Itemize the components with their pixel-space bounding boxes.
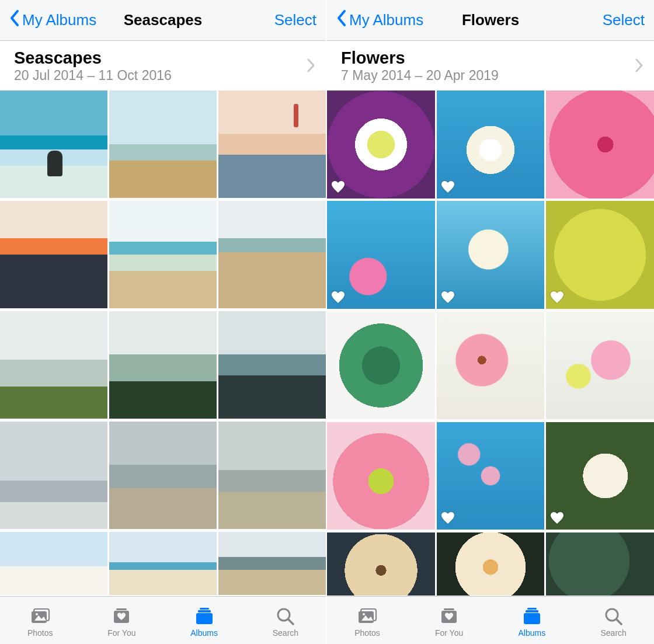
favorite-heart-icon: [551, 512, 563, 525]
photo-thumbnail[interactable]: [0, 201, 107, 308]
for-you-icon: [439, 607, 460, 627]
photo-thumbnail[interactable]: [109, 311, 217, 419]
album-header[interactable]: Flowers7 May 2014 – 20 Apr 2019: [327, 41, 654, 90]
photo-thumbnail[interactable]: [546, 532, 654, 596]
tab-label: Albums: [519, 628, 546, 638]
photo-thumbnail[interactable]: [437, 422, 545, 530]
photo-thumbnail[interactable]: [437, 312, 545, 420]
album-header[interactable]: Seascapes20 Jul 2014 – 11 Oct 2016: [0, 41, 326, 90]
favorite-heart-icon: [332, 291, 345, 304]
favorite-heart-icon: [441, 291, 454, 304]
tab-label: Photos: [354, 628, 380, 638]
photo-thumbnail[interactable]: [437, 532, 545, 596]
photo-thumbnail[interactable]: [109, 201, 217, 308]
favorite-heart-icon: [441, 512, 454, 525]
chevron-left-icon: [336, 9, 349, 31]
photo-thumbnail[interactable]: [327, 422, 435, 530]
chevron-right-icon: [635, 58, 643, 75]
album-title: Seascapes: [14, 49, 172, 67]
photo-thumbnail[interactable]: [327, 532, 435, 596]
favorite-heart-icon: [441, 181, 454, 194]
photo-thumbnail[interactable]: [546, 201, 654, 309]
photo-thumbnail[interactable]: [0, 311, 107, 419]
tab-bar: PhotosFor YouAlbumsSearch: [0, 596, 326, 644]
tab-albums[interactable]: Albums: [519, 607, 546, 638]
tab-label: For You: [107, 628, 135, 638]
photo-thumbnail[interactable]: [0, 90, 107, 198]
tab-for-you[interactable]: For You: [435, 607, 463, 638]
back-button[interactable]: My Albums: [336, 9, 423, 31]
photo-thumbnail[interactable]: [327, 312, 435, 420]
photo-thumbnail[interactable]: [327, 201, 435, 309]
albums-icon: [521, 607, 542, 627]
chevron-right-icon: [307, 58, 315, 75]
nav-bar: My AlbumsSeascapesSelect: [0, 0, 326, 41]
photo-thumbnail[interactable]: [437, 201, 545, 309]
back-button[interactable]: My Albums: [9, 9, 96, 31]
tab-label: Photos: [27, 628, 53, 638]
favorite-heart-icon: [332, 181, 345, 194]
favorite-heart-icon: [551, 291, 563, 304]
photo-thumbnail[interactable]: [218, 311, 326, 419]
photo-thumbnail[interactable]: [109, 532, 217, 595]
tab-photos[interactable]: Photos: [27, 607, 53, 638]
photo-thumbnail[interactable]: [546, 90, 654, 199]
photo-thumbnail[interactable]: [327, 90, 435, 199]
photo-thumbnail[interactable]: [218, 422, 326, 529]
photo-thumbnail[interactable]: [109, 90, 217, 198]
tab-label: Search: [600, 628, 626, 638]
photo-thumbnail[interactable]: [546, 422, 654, 530]
photo-thumbnail[interactable]: [437, 90, 545, 199]
photo-thumbnail[interactable]: [218, 532, 326, 595]
tab-for-you[interactable]: For You: [107, 607, 135, 638]
photos-icon: [30, 607, 51, 627]
select-button[interactable]: Select: [274, 11, 316, 29]
tab-albums[interactable]: Albums: [190, 607, 218, 638]
for-you-icon: [111, 607, 132, 627]
photo-grid: [327, 90, 654, 596]
back-label: My Albums: [22, 11, 96, 29]
tab-bar: PhotosFor YouAlbumsSearch: [327, 596, 654, 644]
photo-thumbnail[interactable]: [109, 422, 217, 529]
photo-thumbnail[interactable]: [218, 90, 326, 198]
tab-label: Albums: [190, 628, 218, 638]
photo-thumbnail[interactable]: [218, 201, 326, 308]
tab-search[interactable]: Search: [273, 607, 298, 638]
photo-thumbnail[interactable]: [0, 422, 107, 529]
tab-search[interactable]: Search: [600, 607, 626, 638]
album-date-range: 20 Jul 2014 – 11 Oct 2016: [14, 68, 172, 83]
select-button[interactable]: Select: [603, 11, 645, 29]
photo-grid: [0, 90, 326, 596]
tab-label: For You: [435, 628, 463, 638]
nav-bar: My AlbumsFlowersSelect: [327, 0, 654, 41]
albums-icon: [194, 607, 215, 627]
photos-icon: [357, 607, 378, 627]
search-icon: [275, 607, 296, 627]
photo-thumbnail[interactable]: [0, 532, 107, 595]
tab-photos[interactable]: Photos: [354, 607, 380, 638]
photo-thumbnail[interactable]: [546, 312, 654, 420]
album-title: Flowers: [341, 49, 499, 67]
chevron-left-icon: [9, 9, 22, 31]
tab-label: Search: [273, 628, 298, 638]
album-date-range: 7 May 2014 – 20 Apr 2019: [341, 68, 499, 83]
back-label: My Albums: [349, 11, 423, 29]
search-icon: [603, 607, 624, 627]
